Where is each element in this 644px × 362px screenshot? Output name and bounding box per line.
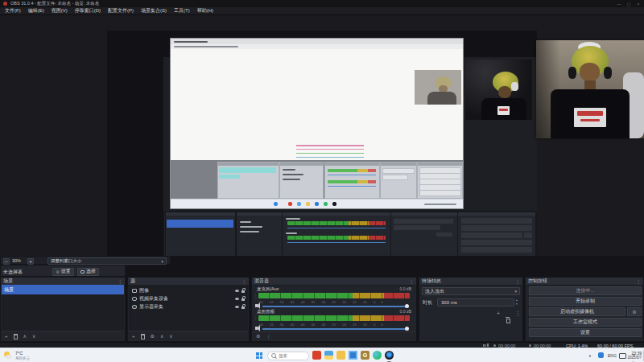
- display-tray-icon[interactable]: [619, 353, 626, 359]
- menu-edit[interactable]: 编辑(E): [28, 7, 44, 14]
- dock-menu-icon[interactable]: ⋮: [118, 278, 122, 284]
- transition-dropdown[interactable]: 淡入淡出 ▾: [422, 287, 520, 295]
- close-button[interactable]: ×: [634, 2, 642, 6]
- menu-docks[interactable]: 停靠窗口(D): [75, 7, 101, 14]
- tray-language[interactable]: ENG: [608, 353, 617, 358]
- stream-button[interactable]: 连接中...: [529, 286, 642, 295]
- mixer-settings-icon[interactable]: ⚙: [256, 334, 260, 339]
- image-icon: [132, 289, 137, 293]
- screen-select-button[interactable]: 选择: [77, 268, 99, 276]
- scene-down-icon[interactable]: ∨: [32, 334, 35, 339]
- taskbar-app-g[interactable]: G: [361, 351, 369, 360]
- minimize-button[interactable]: —: [615, 2, 623, 6]
- menu-tools[interactable]: 工具(T): [174, 7, 190, 14]
- lock-icon[interactable]: [242, 306, 245, 309]
- menu-file[interactable]: 文件(F): [5, 7, 21, 14]
- menu-scene-collection[interactable]: 场景集合(S): [141, 7, 167, 14]
- tray-app-icon[interactable]: [598, 352, 604, 358]
- captured-app-icon: [297, 202, 301, 206]
- sources-dock: 源 ⋮ 图像 视频采集设备 显示器采集: [127, 277, 250, 342]
- add-transition-icon[interactable]: +: [497, 311, 500, 316]
- tray-chevron-icon[interactable]: ∧: [588, 353, 592, 358]
- dock-menu-icon[interactable]: ⋮: [636, 278, 641, 284]
- screen-select-bar: 未选屏幕 ⚙ 设置 选择: [0, 265, 126, 277]
- webcam-window[interactable]: [536, 40, 644, 138]
- meter-handle-icon: ⋮: [254, 293, 258, 298]
- spinner-down-icon[interactable]: ▾: [516, 302, 518, 306]
- settings-button[interactable]: 设置: [529, 328, 642, 337]
- dock-menu-icon[interactable]: ⋮: [242, 278, 246, 284]
- visibility-icon[interactable]: [235, 290, 239, 292]
- record-button[interactable]: 开始录制: [529, 297, 642, 306]
- scene-up-icon[interactable]: ∧: [23, 334, 27, 339]
- taskbar-app-blue[interactable]: [349, 351, 357, 360]
- mixer-title: 混音器: [254, 278, 269, 285]
- captured-text: [283, 174, 303, 175]
- source-properties-icon[interactable]: ⚙: [151, 334, 155, 339]
- virtual-camera-button[interactable]: 启动虚拟摄像机: [529, 307, 625, 316]
- maximize-button[interactable]: ▢: [625, 2, 633, 6]
- remove-transition-icon[interactable]: [506, 317, 510, 322]
- mini-text: [240, 231, 259, 232]
- lock-icon[interactable]: [242, 298, 245, 301]
- captured-header: [325, 162, 379, 166]
- lock-icon[interactable]: [242, 290, 245, 293]
- person-face: [580, 63, 600, 81]
- taskbar-app-obs[interactable]: [385, 351, 394, 360]
- taskbar-app-browser[interactable]: [373, 351, 382, 360]
- volume-slider-handle[interactable]: [405, 304, 409, 308]
- mini-button: [524, 232, 532, 238]
- menu-profile[interactable]: 配置文件(P): [108, 7, 134, 14]
- mixer-more-icon[interactable]: ⋮: [266, 334, 270, 339]
- mini-meter: [287, 236, 386, 240]
- source-list: 图像 视频采集设备 显示器采集: [129, 285, 248, 331]
- taskbar-app-red-media[interactable]: [312, 351, 321, 360]
- remove-source-icon[interactable]: [141, 334, 145, 339]
- clock[interactable]: 23:39 2025/5/7: [627, 351, 642, 360]
- transition-more-icon[interactable]: ⋮: [515, 311, 521, 316]
- source-item-image[interactable]: 图像: [130, 286, 247, 294]
- spinner-up-icon[interactable]: ▴: [516, 298, 518, 302]
- volume-slider[interactable]: [262, 328, 407, 330]
- controls-dock: 控制按钮 ⋮ 连接中... 开始录制 启动虚拟摄像机 ⚙ 工作室模式 设置: [525, 277, 644, 342]
- visibility-icon[interactable]: [235, 298, 239, 300]
- visibility-icon[interactable]: [235, 306, 239, 308]
- source-item-display[interactable]: 显示器采集: [130, 302, 247, 311]
- volume-meter: [258, 293, 410, 298]
- studio-mode-button[interactable]: 工作室模式: [529, 318, 642, 327]
- add-source-icon[interactable]: +: [132, 334, 135, 339]
- start-button[interactable]: [256, 352, 262, 359]
- search-box[interactable]: 搜索: [267, 352, 309, 360]
- sources-title: 源: [130, 278, 135, 285]
- shirt-print-red: [499, 109, 508, 111]
- menu-view[interactable]: 视图(V): [52, 7, 68, 14]
- weather-desc: 局部多云: [15, 356, 30, 360]
- dock-menu-icon[interactable]: ⋮: [409, 278, 414, 284]
- mini-dock-header: [391, 212, 457, 216]
- speaker-icon[interactable]: [255, 327, 258, 330]
- source-item-camera[interactable]: 视频采集设备: [130, 294, 247, 302]
- headphone-cup: [511, 82, 518, 91]
- speaker-icon[interactable]: [255, 304, 258, 307]
- dock-row: − 30% + 调整到窗口大小 ▾ 未选屏幕 ⚙ 设置 选择 场景 ⋮: [0, 256, 644, 342]
- volume-slider[interactable]: [262, 306, 407, 307]
- scene-item-selected[interactable]: 场景: [2, 285, 124, 294]
- add-scene-icon[interactable]: +: [5, 334, 8, 339]
- source-up-icon[interactable]: ∧: [160, 334, 163, 339]
- zoom-out-button[interactable]: −: [3, 258, 10, 265]
- volume-slider-handle[interactable]: [405, 327, 409, 331]
- source-down-icon[interactable]: ∨: [169, 334, 172, 339]
- fit-mode-dropdown[interactable]: 调整到窗口大小 ▾: [47, 257, 167, 265]
- screen-settings-button[interactable]: ⚙ 设置: [52, 268, 74, 276]
- chevron-down-icon: ▾: [161, 259, 163, 264]
- menu-help[interactable]: 帮助(H): [197, 7, 213, 14]
- taskbar-app-folder[interactable]: [336, 351, 345, 360]
- taskbar-app-file-explorer[interactable]: [324, 351, 333, 360]
- virtual-camera-settings-button[interactable]: ⚙: [627, 307, 642, 316]
- dock-menu-icon[interactable]: ⋮: [515, 278, 520, 284]
- duration-spinner[interactable]: 300 ms: [437, 298, 514, 306]
- remove-scene-icon[interactable]: [14, 334, 18, 339]
- zoom-in-button[interactable]: +: [27, 258, 34, 265]
- weather-widget[interactable]: 7°C 局部多云: [2, 351, 51, 361]
- mini-dock-strip: [163, 211, 537, 261]
